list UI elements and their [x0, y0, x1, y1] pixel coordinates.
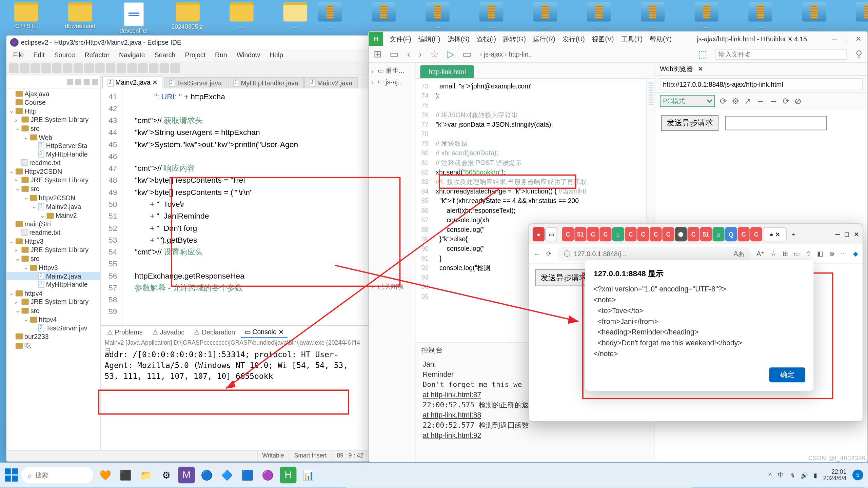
project-explorer[interactable]: Ajaxjava Course⌄ Http› JRE System Librar…	[6, 75, 101, 450]
menu-item[interactable]: 运行(R)	[530, 33, 558, 44]
bottom-tab[interactable]: ⚠ Javadoc	[149, 327, 188, 337]
titlebar[interactable]: H 文件(F)编辑(E)选择(S)查找(I)跳转(G)运行(R)发行(U)视图(…	[369, 32, 867, 46]
ext-icon[interactable]: ⊞	[783, 250, 788, 258]
taskbar-app[interactable]: ⬛	[117, 467, 134, 483]
minimize-icon[interactable]: ─	[835, 231, 840, 238]
tree-item[interactable]: › JRE System Library	[6, 176, 100, 184]
wifi-icon[interactable]: ⋔	[790, 472, 794, 478]
taskbar-search[interactable]: ⌕搜索	[21, 467, 93, 483]
tree-item[interactable]: MyHttpHandle	[6, 280, 100, 289]
share-icon[interactable]: ⇪	[806, 250, 811, 258]
tree-item[interactable]: ⌄ Web	[6, 133, 100, 141]
desktop-zip[interactable]: …	[476, 2, 507, 29]
tree-item[interactable]: ⌄ Httpv3	[6, 263, 100, 272]
address-bar[interactable]: ⓘ127.0.0.1:8848/j...Aあ	[558, 246, 751, 261]
browser-tab[interactable]: C	[738, 227, 750, 241]
workspace-icon[interactable]: ▭	[545, 227, 557, 241]
tree-item[interactable]: Course	[6, 98, 100, 106]
tree-item[interactable]: main(Stri	[6, 220, 100, 228]
editor-tabs[interactable]: http-link.html	[415, 63, 654, 78]
browser-tab[interactable]: Web浏览器✕	[655, 63, 867, 76]
browser-tab[interactable]: C	[637, 227, 649, 241]
code-area[interactable]: "; URI: " + httpExcha "cmt">// 获取请求头 "kw…	[122, 88, 369, 325]
browser-tab[interactable]: ⌂	[712, 227, 724, 241]
tree-item[interactable]: ⌄ src	[6, 184, 100, 193]
ext3-icon[interactable]: ⊛	[829, 250, 834, 258]
new-icon[interactable]: ⊞	[374, 48, 381, 60]
toolbar[interactable]	[6, 61, 369, 75]
star-icon[interactable]: ☆	[771, 250, 777, 258]
menu-bar[interactable]: 文件(F)编辑(E)选择(S)查找(I)跳转(G)运行(R)发行(U)视图(V)…	[383, 33, 678, 44]
window-controls[interactable]: ─□✕	[826, 35, 867, 43]
menu-item[interactable]: Edit	[29, 51, 49, 59]
editor-tab[interactable]: Mainv2.java ✕	[102, 77, 163, 88]
fwd-icon[interactable]: ›	[419, 49, 422, 60]
sync-icon[interactable]: ⟳	[720, 96, 727, 105]
toolbar[interactable]: ⊞ ▭ ‹ › ☆ ▷ ▭ › js-ajax › http-lin... ⬚ …	[369, 46, 867, 63]
tree-item[interactable]: › JRE System Library	[6, 298, 100, 306]
page-content[interactable]: 发送异步请求 127.0.0.1:8848 显示 <?xml version="…	[529, 263, 863, 421]
tree-item[interactable]: › JRE System Library	[6, 115, 100, 124]
tree-item[interactable]: ⌄ Httpv3	[6, 237, 100, 245]
titlebar[interactable]: eclipsev2 - Httpv3/src/Httpv3/Mainv2.jav…	[6, 36, 369, 49]
tree-item[interactable]: ⌄ httpv4	[6, 315, 100, 324]
menu-item[interactable]: Project	[181, 51, 210, 59]
run-icon[interactable]: ▷	[447, 48, 454, 60]
new-tab-button[interactable]: +	[787, 227, 799, 241]
desktop-zip[interactable]: …	[314, 2, 346, 29]
menu-item[interactable]: Window	[233, 51, 264, 59]
file-search-input[interactable]	[715, 49, 847, 60]
bottom-tab[interactable]: ⚠ Problems	[103, 327, 146, 337]
menu-item[interactable]: 视图(V)	[589, 33, 617, 44]
desktop-zip[interactable]: …	[530, 2, 561, 29]
filter-icon[interactable]: ⚲	[855, 48, 863, 60]
profile-icon[interactable]: ●	[533, 227, 545, 241]
reload-icon[interactable]: ⟳	[546, 250, 552, 258]
taskbar-app[interactable]: 🧡	[97, 467, 114, 483]
export-icon[interactable]: ↗	[744, 96, 751, 105]
text-input[interactable]	[725, 116, 827, 130]
menu-item[interactable]: 文件(F)	[387, 33, 414, 44]
chrome-icon[interactable]: 🔵	[198, 467, 215, 483]
menu-item[interactable]: 帮助(Y)	[647, 33, 674, 44]
bottom-tabs[interactable]: ⚠ Problems⚠ Javadoc⚠ Declaration▭ Consol…	[101, 326, 369, 339]
tree-item[interactable]: Ajaxjava	[6, 89, 100, 98]
edge-icon[interactable]: 🟦	[239, 467, 256, 483]
battery-icon[interactable]: ▮	[814, 472, 817, 478]
menu-item[interactable]: Help	[265, 51, 288, 59]
browser-tab[interactable]: C	[625, 227, 636, 241]
browser-tab[interactable]: C	[750, 227, 762, 241]
send-async-button[interactable]: 发送异步请求	[661, 115, 718, 131]
editor-tab[interactable]: TestServer.java	[164, 77, 227, 88]
close-icon[interactable]: ✕	[854, 230, 859, 238]
desktop-zip[interactable]: …	[368, 2, 399, 29]
ext2-icon[interactable]: ◧	[817, 250, 823, 258]
tree-item[interactable]: readme.txt	[6, 158, 100, 167]
send-async-button[interactable]: 发送异步请求	[535, 269, 592, 286]
folder-icon[interactable]: ▭	[462, 48, 471, 60]
desktop-folder[interactable]: …	[280, 2, 311, 34]
bottom-tab[interactable]: ⚠ Declaration	[191, 327, 239, 337]
browser-tab[interactable]: C	[599, 227, 611, 241]
tree-item[interactable]: HttpServerSta	[6, 142, 100, 150]
tree-item[interactable]: ⌄ httpv2CSDN	[6, 193, 100, 202]
desktop-zip[interactable]: …	[422, 2, 453, 29]
editor-tabs[interactable]: Mainv2.java ✕TestServer.javaMyHttpHandle…	[101, 75, 369, 88]
maximize-icon[interactable]: □	[845, 231, 849, 238]
menu-item[interactable]: Source	[50, 51, 79, 59]
code-editor[interactable]: 41 42 43 44 45 46 47 48 49 50 51 52 53 5…	[101, 88, 369, 325]
system-tray[interactable]: ^ 中 ⋔ 🔊 ▮ 22:012024/6/4 5	[769, 468, 863, 482]
tree-item[interactable]: our2233	[6, 332, 100, 341]
stop-icon[interactable]: ⊘	[794, 96, 802, 105]
ime-icon[interactable]: 中	[778, 471, 784, 479]
bottom-tab[interactable]: ▭ Console ✕	[241, 326, 288, 338]
menu-item[interactable]: 查找(I)	[474, 33, 499, 44]
url-input[interactable]	[660, 78, 863, 90]
alert-ok-button[interactable]: 确定	[769, 367, 805, 382]
desktop-doc[interactable]: devconPer	[118, 2, 150, 34]
settings-icon[interactable]: ⚙	[158, 467, 174, 483]
tree-item[interactable]: Mainv2.java	[6, 272, 100, 280]
menu-item[interactable]: 工具(T)	[618, 33, 646, 44]
taskbar-app[interactable]: 📊	[300, 467, 317, 483]
project-explorer[interactable]: ›▭ 重生... ›▭ js-aj... › 已关闭项	[369, 63, 416, 462]
